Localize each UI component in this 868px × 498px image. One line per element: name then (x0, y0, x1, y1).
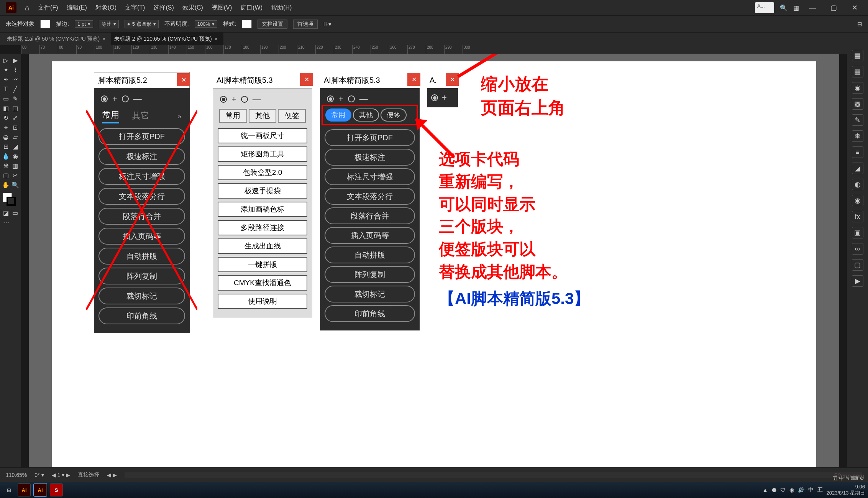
close-icon[interactable]: × (103, 36, 105, 42)
lasso-tool[interactable]: ⌇ (11, 65, 20, 75)
menu-effect[interactable]: 效果(C) (182, 4, 203, 12)
script-button[interactable]: 使用说明 (218, 294, 307, 309)
menu-type[interactable]: 文字(T) (125, 4, 145, 12)
direct-select-tool[interactable]: ▶ (11, 56, 20, 65)
script-button[interactable]: 标注尺寸增强 (98, 168, 185, 185)
appearance-icon[interactable]: ◉ (852, 195, 863, 206)
rect-tool[interactable]: ▭ (1, 94, 11, 104)
color-icon[interactable]: ◉ (852, 82, 863, 94)
rotation[interactable]: 0° ▾ (34, 472, 44, 478)
tray-icon[interactable]: ⬣ (772, 487, 776, 493)
script-button[interactable]: 段落行合并 (325, 207, 415, 224)
tab-notes[interactable]: 便签 (278, 109, 306, 123)
radio-off-icon[interactable] (122, 95, 129, 102)
ime-icon[interactable]: 中 (808, 486, 814, 493)
stroke-icon[interactable]: ≡ (852, 146, 863, 158)
shape-builder-tool[interactable]: ◒ (1, 132, 11, 142)
magic-wand-tool[interactable]: ✦ (1, 65, 11, 75)
selection-tool[interactable]: ▷ (1, 56, 11, 65)
search-icon[interactable]: 🔍 (780, 4, 788, 12)
eyedropper-tool[interactable]: 💧 (1, 151, 11, 161)
close-button[interactable]: ✕ (847, 3, 862, 12)
mode-toggle[interactable]: + — (325, 94, 415, 104)
horizontal-scrollbar[interactable] (125, 472, 862, 478)
tab-doc2[interactable]: 未标题-2 @ 110.65 % (CMYK/CPU 预览)× (111, 33, 223, 45)
properties-icon[interactable]: ▤ (852, 50, 863, 61)
swatches-icon[interactable]: ▩ (852, 98, 863, 110)
tray-icon[interactable]: ▲ (763, 487, 768, 493)
mode-toggle[interactable]: + (427, 88, 458, 107)
script-button[interactable]: 裁切标记 (98, 288, 185, 304)
system-tray[interactable]: ▲ ⬣ 🛡 ◉ 🔊 中 五 9:06 2023/8/13 星期日 (763, 484, 865, 496)
taskbar-ai-icon[interactable]: Ai (18, 483, 31, 496)
close-button[interactable]: ✕ (300, 73, 313, 86)
script-button[interactable]: 阵列复制 (325, 266, 415, 283)
tab-common[interactable]: 常用 (325, 108, 351, 122)
play-icon[interactable]: ▶ (852, 275, 863, 287)
uniform-dd[interactable]: 等比 ▾ (99, 20, 119, 28)
menu-help[interactable]: 帮助(H) (271, 4, 292, 12)
script-button[interactable]: 自动拼版 (98, 248, 185, 265)
panel-title[interactable]: AI脚本精简版5.3 ✕ (213, 72, 312, 88)
start-button[interactable]: ⊞ (3, 484, 15, 496)
symbols-icon[interactable]: ❋ (852, 130, 863, 142)
script-button[interactable]: 段落行合并 (98, 208, 185, 225)
search-input[interactable]: A... (755, 2, 774, 13)
script-button[interactable]: 极速手提袋 (218, 183, 307, 199)
free-transform-tool[interactable]: ⊡ (11, 123, 20, 132)
home-icon[interactable]: ⌂ (25, 3, 30, 12)
tab-other[interactable]: 其他 (249, 109, 277, 123)
script-button[interactable]: 极速标注 (325, 149, 415, 166)
script-button[interactable]: 一键拼版 (218, 257, 307, 272)
script-button[interactable]: 添加画稿色标 (218, 202, 307, 217)
taskbar-app-icon[interactable]: S (50, 483, 63, 496)
script-button[interactable]: 打开多页PDF (98, 128, 185, 145)
minimize-button[interactable]: — (805, 4, 820, 12)
script-button[interactable]: 文本段落分行 (98, 188, 185, 205)
opacity-dd[interactable]: 100% ▾ (195, 20, 217, 28)
script-button[interactable]: 插入页码等 (325, 227, 415, 244)
script-button[interactable]: CMYK查找潘通色 (218, 275, 307, 291)
script-button[interactable]: 标注尺寸增强 (325, 168, 415, 185)
scale-tool[interactable]: ⤢ (11, 113, 20, 123)
perspective-tool[interactable]: ▱ (11, 132, 20, 142)
curvature-tool[interactable]: 〰 (11, 75, 20, 84)
artboard-tool[interactable]: ▢ (1, 171, 11, 180)
menu-select[interactable]: 选择(S) (153, 4, 174, 12)
volume-icon[interactable]: 🔊 (798, 487, 804, 493)
maximize-button[interactable]: ▢ (826, 3, 841, 12)
ime-icon[interactable]: 五 (817, 486, 823, 493)
artboards-icon[interactable]: ▢ (852, 259, 863, 271)
tray-icon[interactable]: ◉ (789, 487, 794, 493)
menu-edit[interactable]: 编辑(E) (67, 4, 87, 12)
brushes-icon[interactable]: ✎ (852, 114, 863, 126)
width-tool[interactable]: ⌖ (1, 123, 11, 132)
tab-common[interactable]: 常用 (102, 109, 119, 123)
panel-title[interactable]: 脚本精简版5.2 ✕ (94, 72, 190, 88)
script-button[interactable]: 生成出血线 (218, 238, 307, 254)
fill-stroke-selector[interactable] (1, 193, 20, 208)
script-button[interactable]: 矩形圆角工具 (218, 146, 307, 162)
canvas[interactable]: 脚本精简版5.2 ✕ + — 常用 其它 » 打开多页PDF 极速标注 标注尺寸… (29, 54, 839, 467)
script-button[interactable]: 印前角线 (325, 305, 415, 322)
radio-off-icon[interactable] (348, 95, 355, 102)
script-button[interactable]: 印前角线 (98, 307, 185, 324)
slice-tool[interactable]: ✂ (11, 171, 20, 180)
menu-window[interactable]: 窗口(W) (240, 4, 263, 12)
tab-other[interactable]: 其它 (132, 110, 149, 123)
eraser-tool[interactable]: ◫ (11, 104, 20, 113)
menu-object[interactable]: 对象(O) (95, 4, 116, 12)
tray-icon[interactable]: 🛡 (780, 487, 786, 493)
close-button[interactable]: ✕ (407, 73, 420, 86)
script-button[interactable]: 统一画板尺寸 (218, 128, 307, 143)
panel-title[interactable]: AI脚本精简版5.3 ✕ (320, 72, 420, 88)
brush-tool[interactable]: ✎ (11, 94, 20, 104)
fill-swatch[interactable] (40, 20, 50, 28)
mesh-tool[interactable]: ⊞ (1, 142, 11, 151)
script-button[interactable]: 多段路径连接 (218, 220, 307, 235)
links-icon[interactable]: ∞ (852, 243, 863, 255)
stroke-width-dd[interactable]: 1 pt ▾ (75, 20, 93, 28)
shaper-tool[interactable]: ◧ (1, 104, 11, 113)
line-tool[interactable]: ╱ (11, 84, 20, 94)
nav-icon[interactable]: ◀ ▶ (107, 472, 117, 478)
